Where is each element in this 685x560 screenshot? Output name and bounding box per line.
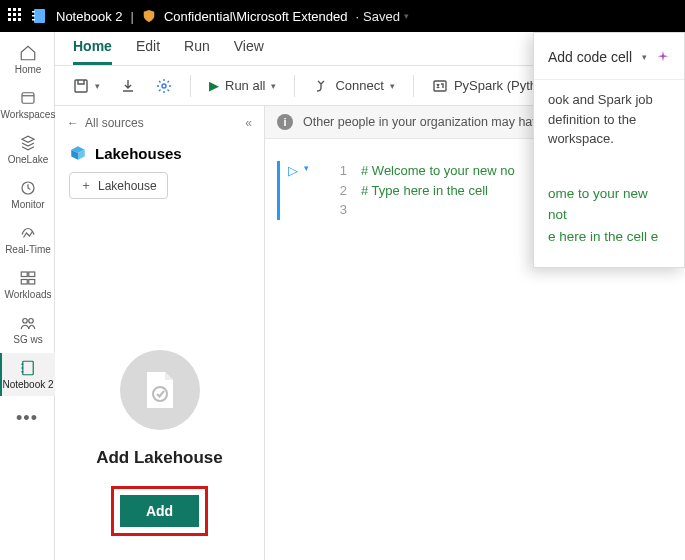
svg-rect-2: [32, 15, 35, 17]
popover-code-preview: ome to your new not e here in the cell e: [548, 183, 670, 248]
run-cell-button[interactable]: ▷: [288, 163, 298, 178]
rail-label: Workspaces: [1, 109, 56, 120]
add-button-highlight: Add: [111, 486, 208, 536]
language-icon: [432, 78, 448, 94]
rail-workloads[interactable]: Workloads: [0, 263, 55, 306]
separator: [413, 75, 414, 97]
save-button[interactable]: ▾: [67, 74, 106, 98]
rail-workspace-sgws[interactable]: SG ws: [0, 308, 55, 351]
popover-body: ook and Spark job definition to the work…: [548, 90, 670, 149]
chevron-down-icon: ▾: [404, 11, 409, 21]
play-icon: ▶: [209, 78, 219, 93]
code-line: 2# Type here in the cell: [329, 181, 515, 201]
rail-workspaces[interactable]: Workspaces: [0, 83, 55, 126]
settings-button[interactable]: [150, 74, 178, 98]
all-sources-label: All sources: [85, 116, 144, 130]
add-lakehouse-button[interactable]: Add: [120, 495, 199, 527]
rail-more[interactable]: •••: [16, 398, 38, 439]
run-all-button[interactable]: ▶ Run all ▾: [203, 74, 282, 97]
chip-label: Lakehouse: [98, 179, 157, 193]
code-line: e here in the cell e: [548, 226, 670, 248]
tab-run[interactable]: Run: [184, 32, 210, 65]
notebook-title[interactable]: Notebook 2: [56, 9, 123, 24]
empty-state-illustration: [120, 350, 200, 430]
app-launcher-icon[interactable]: [8, 8, 24, 24]
rail-label: Real-Time: [5, 244, 51, 255]
rail-label: Workloads: [4, 289, 51, 300]
run-all-label: Run all: [225, 78, 265, 93]
sparkle-icon[interactable]: [656, 50, 670, 64]
lakehouses-title: Lakehouses: [95, 145, 182, 162]
rail-monitor[interactable]: Monitor: [0, 173, 55, 216]
sensitivity-label[interactable]: Confidential\Microsoft Extended: [164, 9, 348, 24]
connect-button[interactable]: Connect ▾: [307, 74, 400, 98]
svg-point-10: [23, 319, 28, 324]
app-topbar: Notebook 2 | Confidential\Microsoft Exte…: [0, 0, 685, 32]
lakehouse-sidebar: ← All sources « Lakehouses ＋ Lakehouse A…: [55, 106, 265, 560]
add-lakehouse-chip[interactable]: ＋ Lakehouse: [69, 172, 168, 199]
lakehouse-empty-state: Add Lakehouse Add: [55, 199, 264, 560]
rail-realtime[interactable]: Real-Time: [0, 218, 55, 261]
separator: [190, 75, 191, 97]
chevron-down-icon: ▾: [95, 81, 100, 91]
code-editor[interactable]: 1# Welcome to your new no 2# Type here i…: [319, 161, 515, 220]
svg-rect-12: [23, 361, 34, 375]
rail-label: Monitor: [11, 199, 44, 210]
cell-gutter: ▷ ▾: [277, 161, 309, 220]
sensitivity-shield-icon: [142, 9, 156, 23]
info-icon: i: [277, 114, 293, 130]
rail-home[interactable]: Home: [0, 38, 55, 81]
gear-icon: [156, 78, 172, 94]
svg-point-14: [162, 84, 166, 88]
plus-icon: ＋: [80, 177, 92, 194]
rail-label: Notebook 2: [2, 379, 53, 390]
save-icon: [73, 78, 89, 94]
popover-title[interactable]: Add code cell: [548, 49, 632, 65]
svg-rect-0: [34, 9, 45, 23]
collapse-sidebar-button[interactable]: «: [245, 116, 252, 130]
chevron-down-icon[interactable]: ▾: [642, 52, 647, 62]
chevron-down-icon[interactable]: ▾: [304, 163, 309, 173]
chevron-down-icon: ▾: [390, 81, 395, 91]
separator: |: [131, 9, 134, 24]
svg-rect-1: [32, 11, 35, 13]
lakehouses-heading: Lakehouses: [55, 140, 264, 172]
empty-title: Add Lakehouse: [96, 448, 223, 468]
add-code-cell-popover: Add code cell ▾ ook and Spark job defini…: [533, 32, 685, 268]
svg-rect-15: [434, 81, 446, 91]
svg-rect-9: [29, 280, 35, 285]
svg-point-11: [29, 319, 34, 324]
chevron-down-icon: ▾: [271, 81, 276, 91]
code-line: ome to your new not: [548, 183, 670, 226]
notebook-icon: [32, 8, 48, 24]
code-line: 1# Welcome to your new no: [329, 161, 515, 181]
rail-label: SG ws: [13, 334, 42, 345]
saved-text: Saved: [363, 9, 400, 24]
lakehouse-icon: [69, 144, 87, 162]
tab-home[interactable]: Home: [73, 32, 112, 65]
rail-label: OneLake: [8, 154, 49, 165]
download-icon: [120, 78, 136, 94]
rail-onelake[interactable]: OneLake: [0, 128, 55, 171]
left-nav-rail: Home Workspaces OneLake Monitor Real-Tim…: [0, 32, 55, 560]
svg-rect-6: [21, 272, 27, 277]
download-button[interactable]: [114, 74, 142, 98]
svg-rect-4: [22, 93, 34, 104]
bullet: ·: [355, 9, 359, 24]
svg-rect-7: [29, 272, 35, 277]
tab-view[interactable]: View: [234, 32, 264, 65]
save-status[interactable]: · Saved ▾: [355, 9, 409, 24]
plug-icon: [313, 78, 329, 94]
separator: [294, 75, 295, 97]
rail-notebook2[interactable]: Notebook 2: [0, 353, 55, 396]
svg-rect-13: [75, 80, 87, 92]
svg-rect-8: [21, 280, 27, 285]
document-check-icon: [143, 370, 177, 410]
connect-label: Connect: [335, 78, 383, 93]
rail-label: Home: [15, 64, 42, 75]
arrow-left-icon: ←: [67, 116, 79, 130]
code-line: 3: [329, 200, 515, 220]
tab-edit[interactable]: Edit: [136, 32, 160, 65]
svg-rect-3: [32, 19, 35, 21]
all-sources-back[interactable]: ← All sources: [67, 116, 144, 130]
